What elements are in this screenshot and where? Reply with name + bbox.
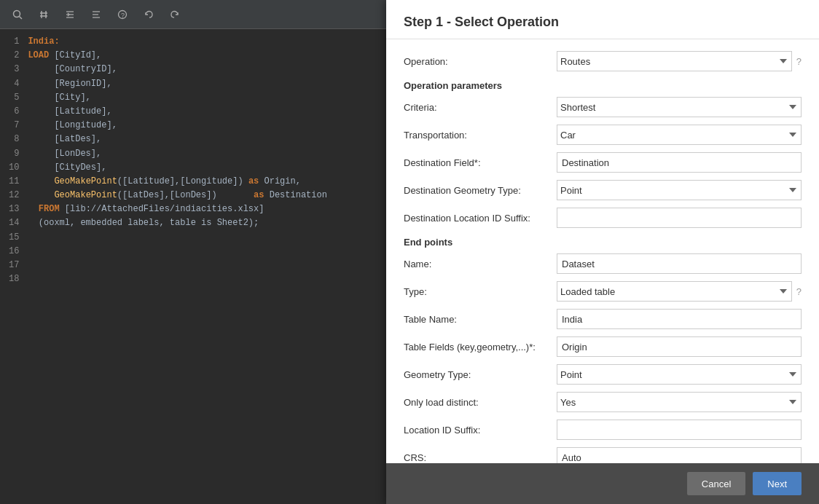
destination-geo-type-select[interactable]: Point LineString Polygon <box>557 180 802 200</box>
cancel-button[interactable]: Cancel <box>687 472 745 495</box>
crs-input[interactable] <box>557 447 802 463</box>
dialog-header: Step 1 - Select Operation <box>386 0 819 39</box>
criteria-label: Criteria: <box>404 102 557 113</box>
code-content: India: LOAD [CityId], [CountryID], [Regi… <box>28 35 386 498</box>
type-select[interactable]: Loaded table Inline table Custom endpoin… <box>557 281 792 302</box>
dialog-footer: Cancel Next <box>386 463 819 504</box>
crs-label: CRS: <box>404 452 557 463</box>
destination-geo-type-row: Destination Geometry Type: Point LineStr… <box>404 180 802 200</box>
name-label: Name: <box>404 259 557 269</box>
redo-button[interactable] <box>163 3 187 26</box>
table-fields-label: Table Fields (key,geometry,...)*: <box>404 342 557 353</box>
svg-point-0 <box>14 10 20 17</box>
destination-geo-type-label: Destination Geometry Type: <box>404 185 557 196</box>
geometry-type-label: Geometry Type: <box>404 369 557 380</box>
help-button[interactable]: ? <box>111 3 134 26</box>
table-name-label: Table Name: <box>404 314 557 325</box>
only-load-distinct-row: Only load distinct: Yes No <box>404 392 802 412</box>
type-help-icon[interactable]: ? <box>796 286 802 297</box>
dialog-panel: Step 1 - Select Operation Operation: Rou… <box>386 0 819 504</box>
svg-text:?: ? <box>121 12 125 19</box>
code-area[interactable]: 12345 678910 1112131415 161718 India: LO… <box>0 29 386 504</box>
crs-row: CRS: <box>404 447 802 463</box>
transportation-row: Transportation: Car Bicycle Pedestrian T… <box>404 125 802 145</box>
location-id-suffix-label: Location ID Suffix: <box>404 425 557 436</box>
geometry-type-select[interactable]: Point LineString Polygon <box>557 364 802 385</box>
undo-button[interactable] <box>137 3 160 26</box>
destination-field-row: Destination Field*: <box>404 152 802 173</box>
table-name-row: Table Name: <box>404 309 802 329</box>
endpoints-title: End points <box>404 237 802 248</box>
editor-panel: ? 12345 678910 1112131415 161718 India: … <box>0 0 386 504</box>
criteria-select[interactable]: Shortest Fastest Balanced <box>557 97 802 117</box>
line-numbers: 12345 678910 1112131415 161718 <box>0 35 28 498</box>
geometry-type-row: Geometry Type: Point LineString Polygon <box>404 364 802 385</box>
table-fields-row: Table Fields (key,geometry,...)*: <box>404 336 802 357</box>
next-button[interactable]: Next <box>753 472 802 495</box>
type-row: Type: Loaded table Inline table Custom e… <box>404 281 802 302</box>
only-load-distinct-label: Only load distinct: <box>404 397 557 408</box>
destination-loc-id-input[interactable] <box>557 208 802 228</box>
transportation-select[interactable]: Car Bicycle Pedestrian Truck <box>557 125 802 145</box>
type-label: Type: <box>404 286 557 297</box>
operation-label: Operation: <box>404 56 557 67</box>
name-input[interactable] <box>557 253 802 274</box>
hash-button[interactable] <box>32 3 55 26</box>
location-id-suffix-input[interactable] <box>557 420 802 440</box>
destination-loc-id-row: Destination Location ID Suffix: <box>404 208 802 228</box>
table-fields-input[interactable] <box>557 336 802 357</box>
dialog-body: Operation: Routes Isochrones Distance Ma… <box>386 39 819 463</box>
table-name-input[interactable] <box>557 309 802 329</box>
operation-select[interactable]: Routes Isochrones Distance Matrix <box>557 51 792 71</box>
operation-row: Operation: Routes Isochrones Distance Ma… <box>404 51 802 71</box>
destination-field-input[interactable] <box>557 152 802 173</box>
align-button[interactable] <box>85 3 108 26</box>
name-row: Name: <box>404 253 802 274</box>
indent-button[interactable] <box>58 3 82 26</box>
criteria-row: Criteria: Shortest Fastest Balanced <box>404 97 802 117</box>
dialog-title: Step 1 - Select Operation <box>404 15 802 30</box>
svg-line-1 <box>20 16 23 19</box>
destination-loc-id-label: Destination Location ID Suffix: <box>404 213 557 224</box>
toolbar: ? <box>0 0 386 29</box>
transportation-label: Transportation: <box>404 130 557 141</box>
search-button[interactable] <box>6 3 29 26</box>
destination-field-label: Destination Field*: <box>404 157 557 168</box>
only-load-distinct-select[interactable]: Yes No <box>557 392 802 412</box>
operation-help-icon[interactable]: ? <box>796 56 802 67</box>
op-params-title: Operation parameters <box>404 80 802 91</box>
location-id-suffix-row: Location ID Suffix: <box>404 420 802 440</box>
